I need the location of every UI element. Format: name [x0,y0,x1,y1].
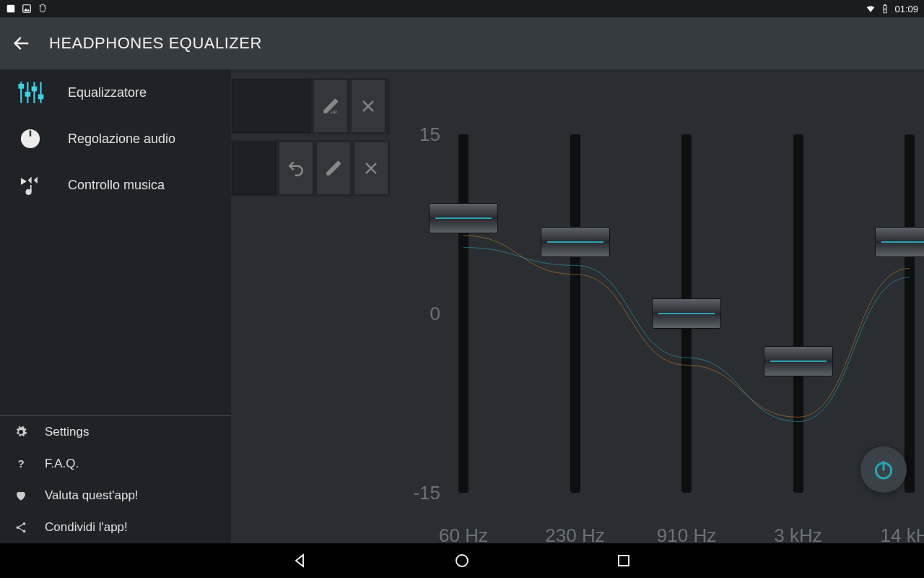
svg-text:?: ? [18,457,25,470]
sidebar-footer-share[interactable]: Condividi l'app! [0,512,231,543]
status-time: 01:09 [894,4,918,14]
status-bar: 01:09 [0,0,924,17]
equalizer-area: 150-15 60 Hz230 Hz910 Hz3 kHz14 kHz [397,134,924,522]
sidebar: Equalizzatore Regolazione audio Controll… [0,69,231,543]
footer-label: F.A.Q. [45,457,79,471]
preset-panel: HP [231,78,390,197]
y-tick-label: -15 [413,482,440,504]
main-pane: HP 150-15 [231,69,924,543]
svg-line-30 [19,528,23,531]
sidebar-footer-settings[interactable]: Settings [0,416,231,448]
image-icon [22,4,32,14]
android-debug-icon [38,4,48,14]
question-icon: ? [14,457,27,470]
power-fab[interactable] [860,447,907,493]
eq-band-thumb[interactable] [541,227,610,257]
preset-slot-2[interactable] [232,142,276,195]
heart-icon [14,489,27,502]
sidebar-footer-rate[interactable]: Valuta quest'app! [0,480,231,512]
svg-rect-12 [19,85,23,88]
back-arrow-icon[interactable] [12,33,32,53]
edit-preset-button[interactable]: HP [313,79,348,133]
edit-button[interactable] [316,142,351,195]
sidebar-item-audio-adjust[interactable]: Regolazione audio [0,116,231,162]
sidebar-item-label: Equalizzatore [68,85,147,100]
svg-marker-23 [34,177,38,184]
svg-rect-1 [23,5,31,13]
svg-rect-16 [32,87,36,91]
close-button[interactable] [354,142,388,195]
music-control-icon [14,169,46,201]
svg-marker-21 [21,178,27,185]
share-icon [14,521,27,534]
app-bar: HEADPHONES EQUALIZER [0,17,924,69]
square-icon [6,4,16,14]
footer-label: Valuta quest'app! [45,488,139,503]
sidebar-item-label: Controllo musica [68,178,165,193]
y-tick-label: 0 [430,303,440,325]
eq-band-thumb[interactable] [429,203,498,233]
clear-preset-button[interactable] [351,79,385,133]
preset-row-2 [231,140,390,197]
svg-marker-22 [28,177,32,184]
eq-band-track[interactable] [570,134,580,493]
undo-button[interactable] [279,142,313,195]
eq-band-thumb[interactable] [652,298,721,329]
svg-rect-0 [7,5,15,13]
eq-band-thumb[interactable] [764,346,833,376]
svg-marker-38 [296,555,303,566]
svg-marker-9 [884,7,886,12]
footer-label: Settings [45,425,89,439]
y-tick-label: 15 [419,124,440,146]
eq-band-track[interactable] [793,134,803,493]
preset-row-1: HP [231,78,390,134]
svg-text:HP: HP [331,110,337,115]
wifi-icon [866,4,876,14]
preset-slot-1[interactable] [232,79,310,133]
sidebar-item-equalizer[interactable]: Equalizzatore [0,69,231,116]
svg-rect-14 [26,92,30,96]
eq-band-track[interactable] [905,134,915,493]
app-title: HEADPHONES EQUALIZER [49,34,262,53]
svg-point-39 [456,555,468,566]
sidebar-item-music-control[interactable]: Controllo musica [0,162,231,208]
gear-icon [14,426,27,439]
sidebar-item-label: Regolazione audio [68,131,175,147]
svg-rect-40 [619,556,629,566]
eq-band-track[interactable] [458,134,468,493]
battery-charging-icon [880,4,890,14]
knob-icon [14,123,46,155]
svg-marker-2 [24,8,30,11]
nav-back-icon[interactable] [292,552,309,569]
svg-rect-8 [884,4,886,5]
android-navbar [0,543,924,578]
nav-home-icon[interactable] [453,552,471,569]
footer-label: Condividi l'app! [45,520,128,535]
nav-recent-icon[interactable] [615,552,632,569]
svg-line-29 [19,525,23,527]
equalizer-sliders-icon [14,77,46,108]
svg-rect-24 [30,185,32,192]
sidebar-footer-faq[interactable]: ? F.A.Q. [0,448,231,480]
svg-rect-18 [39,95,43,99]
eq-band-thumb[interactable] [875,227,924,257]
